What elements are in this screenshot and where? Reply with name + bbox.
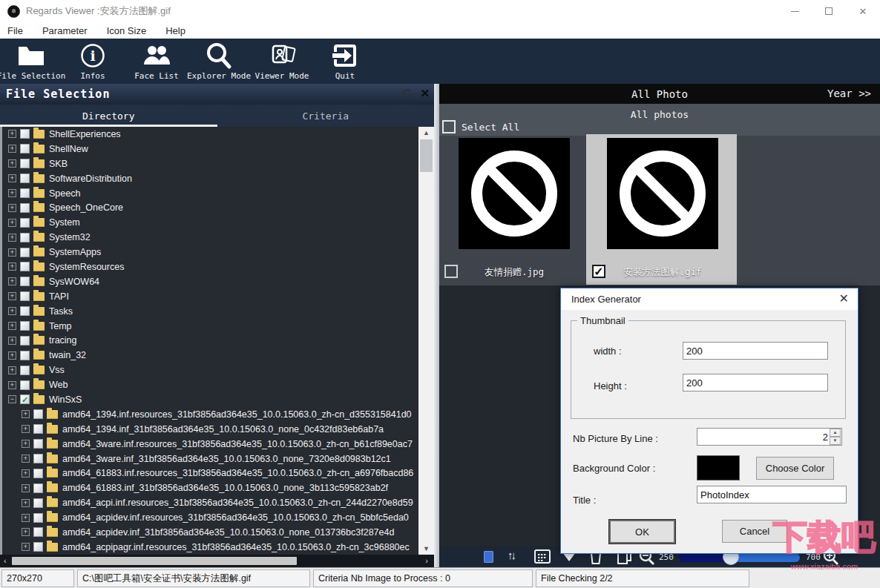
spin-up-icon[interactable]: ▲ bbox=[830, 429, 841, 437]
tree-checkbox[interactable] bbox=[20, 291, 30, 301]
tree-item[interactable]: +Vss bbox=[2, 363, 418, 377]
tree-item[interactable]: +System32 bbox=[2, 230, 418, 245]
scroll-up-icon[interactable]: ▲ bbox=[418, 127, 434, 139]
tree-expand-icon[interactable]: + bbox=[8, 248, 16, 257]
tree-item[interactable]: +amd64_acpi.inf.resources_31bf3856ad364e… bbox=[2, 495, 418, 510]
tree-checkbox[interactable] bbox=[20, 233, 30, 242]
choose-color-button[interactable]: Choose Color bbox=[756, 457, 834, 480]
thumbnail-size-slider[interactable] bbox=[679, 553, 800, 562]
tree-checkbox[interactable] bbox=[33, 454, 43, 463]
tree-item[interactable]: +Speech_OneCore bbox=[2, 200, 418, 215]
tree-expand-icon[interactable]: + bbox=[8, 174, 16, 182]
tree-checkbox[interactable] bbox=[33, 498, 43, 508]
calendar-icon[interactable] bbox=[534, 549, 551, 564]
tree-checkbox[interactable] bbox=[33, 439, 43, 449]
photo-thumbnail[interactable] bbox=[607, 138, 718, 249]
tree-expand-icon[interactable]: + bbox=[22, 410, 30, 418]
tree-expand-icon[interactable]: + bbox=[22, 455, 30, 463]
year-nav-link[interactable]: Year >> bbox=[827, 87, 871, 99]
ok-button[interactable]: OK bbox=[609, 520, 675, 544]
tree-collapse-icon[interactable]: − bbox=[8, 395, 16, 403]
tree-horizontal-scrollbar[interactable]: ‹ › bbox=[0, 555, 434, 567]
scroll-down-icon[interactable]: ▼ bbox=[418, 543, 434, 555]
tree-expand-icon[interactable]: + bbox=[8, 262, 16, 271]
tree-item[interactable]: +amd64_3ware.inf_31bf3856ad364e35_10.0.1… bbox=[2, 452, 418, 466]
tree-item[interactable]: +SystemApps bbox=[2, 245, 418, 260]
tree-checkbox[interactable] bbox=[20, 351, 30, 360]
menu-help[interactable]: Help bbox=[165, 25, 185, 36]
nb-picture-stepper[interactable]: 2 ▲ ▼ bbox=[697, 428, 842, 446]
tree-vertical-scrollbar[interactable]: ▲ ▼ bbox=[418, 127, 434, 555]
tree-checkbox[interactable] bbox=[20, 144, 30, 153]
tree-expand-icon[interactable]: + bbox=[8, 130, 16, 138]
tree-expand-icon[interactable]: + bbox=[8, 219, 16, 227]
tree-expand-icon[interactable]: + bbox=[22, 425, 30, 433]
tree-checkbox[interactable] bbox=[20, 188, 30, 198]
tree-checkbox[interactable] bbox=[33, 409, 43, 419]
tree-item[interactable]: +SysWOW64 bbox=[2, 274, 418, 289]
tree-checkbox[interactable] bbox=[20, 248, 30, 257]
tree-item[interactable]: +System bbox=[2, 215, 418, 230]
tree-item[interactable]: +amd64_acpidev.inf_31bf3856ad364e35_10.0… bbox=[2, 525, 418, 540]
tree-item[interactable]: +Tasks bbox=[2, 304, 418, 319]
tree-checkbox[interactable] bbox=[20, 262, 30, 271]
tree-expand-icon[interactable]: + bbox=[22, 514, 30, 522]
horizontal-scroll-thumb[interactable] bbox=[12, 557, 297, 565]
tree-item[interactable]: +Web bbox=[2, 377, 418, 392]
tree-expand-icon[interactable]: + bbox=[8, 234, 16, 242]
tree-expand-icon[interactable]: + bbox=[8, 381, 16, 389]
photo-checkbox[interactable]: ✓ bbox=[592, 265, 605, 278]
tree-checkbox[interactable] bbox=[20, 277, 30, 286]
tree-item[interactable]: +TAPI bbox=[2, 289, 418, 304]
background-color-swatch[interactable] bbox=[697, 455, 740, 480]
tree-item[interactable]: +amd64_acpipagr.inf.resources_31bf3856ad… bbox=[2, 540, 418, 555]
tree-item[interactable]: +amd64_1394.inf_31bf3856ad364e35_10.0.15… bbox=[2, 422, 418, 437]
tree-checkbox[interactable] bbox=[20, 336, 30, 346]
panel-close-icon[interactable]: ✕ bbox=[420, 87, 430, 100]
width-field[interactable] bbox=[683, 342, 828, 360]
tree-item[interactable]: +amd64_61883.inf_31bf3856ad364e35_10.0.1… bbox=[2, 480, 418, 495]
tree-expand-icon[interactable]: + bbox=[22, 528, 30, 536]
tree-item[interactable]: +ShellNew bbox=[2, 142, 418, 156]
tree-checkbox[interactable] bbox=[20, 306, 30, 316]
tree-expand-icon[interactable]: + bbox=[22, 543, 30, 551]
tree-item[interactable]: +amd64_61883.inf.resources_31bf3856ad364… bbox=[2, 466, 418, 480]
tree-expand-icon[interactable]: + bbox=[22, 469, 30, 478]
quit-button[interactable]: Quit bbox=[304, 42, 386, 83]
details-icon[interactable] bbox=[484, 551, 493, 563]
tree-checkbox[interactable] bbox=[20, 366, 30, 375]
vertical-scroll-thumb[interactable] bbox=[420, 139, 433, 172]
tree-expand-icon[interactable]: + bbox=[8, 277, 16, 285]
tree-item[interactable]: +SKB bbox=[2, 156, 418, 171]
tree-checkbox[interactable] bbox=[33, 483, 43, 493]
tree-expand-icon[interactable]: + bbox=[8, 292, 16, 300]
scroll-left-icon[interactable]: ‹ bbox=[4, 555, 7, 566]
panel-splitter[interactable] bbox=[434, 84, 439, 567]
tree-checkbox[interactable] bbox=[33, 513, 43, 523]
tree-expand-icon[interactable]: + bbox=[8, 159, 16, 168]
tree-item[interactable]: +amd64_1394.inf.resources_31bf3856ad364e… bbox=[2, 407, 418, 422]
dialog-title-bar[interactable]: Index Generator ✕ bbox=[561, 288, 858, 310]
menu-file[interactable]: File bbox=[7, 25, 23, 36]
tree-expand-icon[interactable]: + bbox=[8, 189, 16, 197]
tree-expand-icon[interactable]: + bbox=[8, 322, 16, 330]
tree-item[interactable]: +tracing bbox=[2, 333, 418, 348]
spin-down-icon[interactable]: ▼ bbox=[830, 437, 841, 445]
tree-checkbox[interactable] bbox=[20, 129, 30, 139]
maximize-button[interactable] bbox=[812, 0, 846, 22]
tree-checkbox[interactable] bbox=[33, 542, 43, 552]
tree-expand-icon[interactable]: + bbox=[8, 145, 16, 153]
cancel-button[interactable]: Cancel bbox=[722, 520, 787, 543]
menu-parameter[interactable]: Parameter bbox=[42, 25, 88, 36]
tree-checkbox[interactable] bbox=[20, 321, 30, 331]
menu-icon-size[interactable]: Icon Size bbox=[107, 25, 146, 36]
tree-expand-icon[interactable]: + bbox=[22, 484, 30, 492]
tree-item[interactable]: −✓WinSxS bbox=[2, 392, 418, 407]
title-field[interactable] bbox=[697, 486, 847, 503]
tree-item[interactable]: +SystemResources bbox=[2, 260, 418, 274]
dialog-close-icon[interactable]: ✕ bbox=[839, 292, 849, 305]
tree-item[interactable]: +Temp bbox=[2, 319, 418, 334]
tree-checkbox[interactable] bbox=[20, 218, 30, 228]
tree-checkbox[interactable] bbox=[20, 159, 30, 168]
tree-checkbox[interactable]: ✓ bbox=[20, 394, 30, 404]
